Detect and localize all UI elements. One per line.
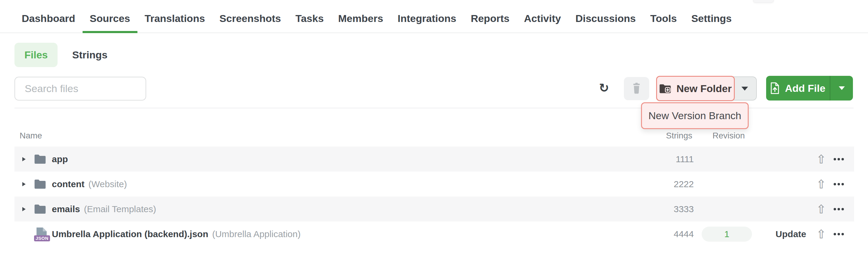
folder-icon [34,179,46,189]
folder-plus-icon [659,84,671,94]
expand-caret-icon[interactable] [22,182,26,186]
nav-tab-integrations[interactable]: Integrations [390,4,464,33]
chevron-down-icon [741,87,748,90]
row-name: content [52,179,84,189]
refresh-icon: ↻ [599,81,609,95]
row-menu-button[interactable] [833,231,844,237]
sources-page: Dashboard Sources Translations Screensho… [0,0,868,257]
nav-tab-reports[interactable]: Reports [464,4,517,33]
new-folder-button[interactable]: New Folder [656,76,735,101]
delete-button[interactable] [624,77,649,100]
nav-tab-sources[interactable]: Sources [83,4,137,33]
update-link[interactable]: Update [775,229,806,239]
refresh-button[interactable]: ↻ [596,79,612,96]
row-menu-button[interactable] [833,156,844,162]
strings-count: 4444 [674,229,694,239]
nav-tab-tasks[interactable]: Tasks [288,4,331,33]
project-nav: Dashboard Sources Translations Screensho… [0,0,868,33]
nav-tab-translations[interactable]: Translations [137,4,212,33]
tab-files[interactable]: Files [14,43,58,67]
column-header-revision: Revision [712,131,745,140]
file-upload-icon [770,82,779,94]
upload-icon[interactable]: ⇧ [816,178,827,190]
column-header-name: Name [20,131,42,140]
table-row-folder-app[interactable]: app 1111 ⇧ [14,147,854,172]
chevron-down-icon [839,86,845,90]
add-file-button[interactable]: Add File [766,76,853,101]
files-table: app 1111 ⇧ content (Website) 2222 ⇧ [14,147,854,247]
row-name: app [52,154,68,164]
revision-badge: 1 [702,227,752,242]
upload-icon[interactable]: ⇧ [816,153,827,165]
upload-icon[interactable]: ⇧ [816,228,827,240]
table-row-folder-emails[interactable]: emails (Email Templates) 3333 ⇧ [14,196,854,221]
strings-count: 3333 [674,204,694,214]
expand-caret-icon[interactable] [22,207,26,211]
folder-icon [34,154,46,164]
row-note: (Email Templates) [84,204,156,214]
new-folder-label: New Folder [676,83,732,95]
nav-tab-members[interactable]: Members [331,4,390,33]
new-folder-dropdown-toggle[interactable] [733,76,757,101]
nav-tab-screenshots[interactable]: Screenshots [212,4,288,33]
add-file-dropdown-toggle[interactable] [830,76,853,101]
nav-tab-discussions[interactable]: Discussions [568,4,643,33]
folder-icon [34,204,46,214]
upload-icon[interactable]: ⇧ [816,203,827,215]
nav-tab-activity[interactable]: Activity [517,4,568,33]
row-note: (Umbrella Application) [212,229,301,239]
row-menu-button[interactable] [833,181,844,187]
json-file-icon: JSON [34,227,49,241]
row-note: (Website) [88,179,127,189]
strings-count: 1111 [676,154,694,164]
view-toggle: Files Strings [14,43,107,67]
table-row-file-umbrella-application[interactable]: JSON Umbrella Application (backend).json… [14,221,854,247]
nav-tab-dashboard[interactable]: Dashboard [14,4,83,33]
json-badge: JSON [34,235,50,241]
menu-item-new-version-branch[interactable]: New Version Branch [641,102,749,129]
strings-count: 2222 [674,179,694,189]
row-name: Umbrella Application (backend).json [52,229,208,239]
row-name: emails [52,204,80,214]
search-input[interactable] [14,77,146,101]
nav-tab-tools[interactable]: Tools [643,4,684,33]
row-menu-button[interactable] [833,206,844,212]
table-row-folder-content[interactable]: content (Website) 2222 ⇧ [14,172,854,196]
trash-icon [632,82,641,95]
tab-strings[interactable]: Strings [72,49,107,61]
add-file-label: Add File [785,82,825,94]
nav-tab-settings[interactable]: Settings [684,4,739,33]
expand-caret-icon[interactable] [22,157,26,161]
column-header-strings: Strings [666,131,692,140]
